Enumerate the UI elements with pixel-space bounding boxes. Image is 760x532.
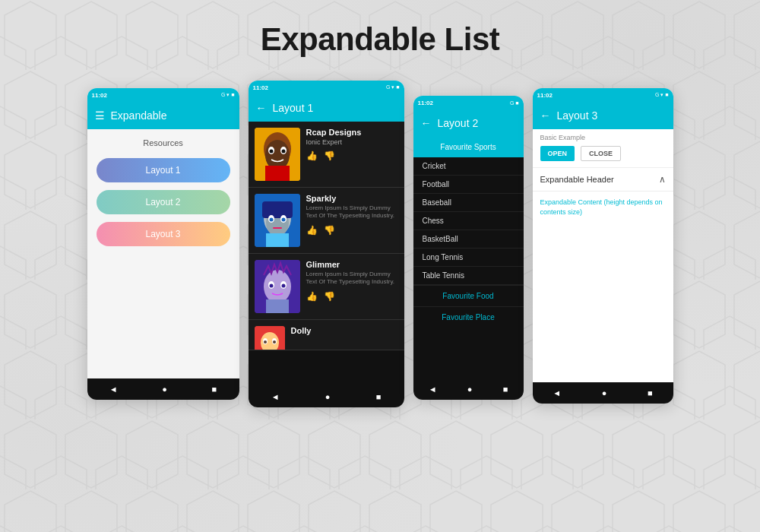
svg-point-20 — [281, 218, 285, 222]
dislike-icon-2[interactable]: 👎 — [324, 225, 335, 236]
phone2-back-arrow[interactable]: ← — [256, 102, 267, 114]
phone2-toolbar: ← Layout 1 — [249, 94, 404, 122]
layout1-button[interactable]: Layout 1 — [97, 158, 230, 182]
svg-rect-7 — [265, 166, 290, 181]
card-sparkly-info: Sparkly Lorem Ipsum Is Simply Dummy Text… — [306, 194, 398, 236]
card-rcap-info: Rcap Designs Ionic Expert 👍 👎 — [306, 128, 398, 161]
phone3-status-bar: 11:02 G ■ — [413, 96, 524, 109]
page-title: Expandable List — [0, 0, 760, 73]
like-icon[interactable]: 👍 — [306, 150, 318, 161]
home-nav-btn[interactable]: ● — [162, 385, 167, 394]
svg-point-27 — [269, 284, 273, 288]
card-rcap: Rcap Designs Ionic Expert 👍 👎 — [249, 122, 404, 188]
avatar-sparkly — [255, 194, 300, 247]
open-button[interactable]: OPEN — [540, 146, 575, 161]
avatar-glimmer — [255, 260, 300, 313]
card-sparkly: Sparkly Lorem Ipsum Is Simply Dummy Text… — [249, 188, 404, 254]
phone3-toolbar: ← Layout 2 — [413, 109, 524, 137]
expandable-header-text: Expandable Header — [540, 175, 614, 184]
sport-basketball[interactable]: BasketBall — [413, 230, 524, 249]
phone3-back-btn[interactable]: ◄ — [429, 385, 437, 394]
phone4-recents-btn[interactable]: ■ — [648, 388, 653, 397]
phone4-back-btn[interactable]: ◄ — [553, 388, 561, 397]
phone4-time: 11:02 — [537, 92, 553, 99]
card-sparkly-name: Sparkly — [306, 194, 398, 203]
card-dolly-info: Dolly — [291, 326, 398, 337]
svg-point-23 — [264, 270, 291, 303]
phone3-body: Favourite Sports Cricket Football Baseba… — [413, 137, 524, 378]
open-close-row: OPEN CLOSE — [533, 143, 673, 167]
card-glimmer-name: Glimmer — [306, 260, 398, 269]
layout3-button[interactable]: Layout 3 — [97, 222, 230, 246]
phone-4: 11:02 G ▾ ■ ← Layout 3 Basic Example OPE… — [533, 88, 673, 404]
card-rcap-name: Rcap Designs — [306, 128, 398, 137]
phone2-bottom-nav: ◄ ● ■ — [249, 386, 404, 407]
svg-point-34 — [273, 340, 276, 344]
phone3-bottom-nav: ◄ ● ■ — [413, 378, 524, 400]
card-rcap-sub: Ionic Expert — [306, 138, 398, 146]
expandable-header-row[interactable]: Expandable Header ∧ — [533, 167, 673, 192]
back-nav-btn[interactable]: ◄ — [109, 385, 118, 394]
phone4-home-btn[interactable]: ● — [602, 388, 607, 397]
card-sparkly-actions: 👍 👎 — [306, 225, 398, 236]
favourite-food-header[interactable]: Favourite Food — [413, 285, 524, 306]
phone3-time: 11:02 — [418, 100, 433, 106]
expandable-content-text: Expandable Content (height depends on co… — [533, 192, 673, 223]
phone4-back-arrow[interactable]: ← — [540, 109, 551, 122]
svg-point-10 — [269, 150, 273, 154]
card-dolly-name: Dolly — [291, 326, 398, 335]
phone4-status-icons: G ▾ ■ — [655, 92, 669, 98]
svg-rect-24 — [266, 299, 289, 313]
card-glimmer: Glimmer Lorem Ipsum Is Simply Dummy Text… — [249, 254, 404, 320]
like-icon-3[interactable]: 👍 — [306, 291, 318, 302]
chevron-up-icon: ∧ — [659, 174, 666, 185]
dislike-icon[interactable]: 👎 — [324, 150, 335, 161]
sport-cricket[interactable]: Cricket — [413, 157, 524, 176]
layout2-button[interactable]: Layout 2 — [97, 190, 230, 214]
svg-point-11 — [281, 150, 285, 154]
phone2-home-btn[interactable]: ● — [325, 392, 331, 401]
favourite-place-header[interactable]: Favourite Place — [413, 306, 524, 328]
phones-container: 11:02 G ▾ ■ ☰ Expandable Resources Layou… — [0, 73, 760, 407]
phone1-body: Resources Layout 1 Layout 2 Layout 3 — [87, 129, 239, 378]
card-glimmer-desc: Lorem Ipsum Is Simply Dummy Text Of The … — [306, 271, 398, 287]
card-rcap-actions: 👍 👎 — [306, 150, 398, 161]
phone1-toolbar: ☰ Expandable — [87, 102, 239, 129]
phone2-back-btn[interactable]: ◄ — [271, 392, 280, 401]
card-glimmer-info: Glimmer Lorem Ipsum Is Simply Dummy Text… — [306, 260, 398, 302]
phone-3: 11:02 G ■ ← Layout 2 Favourite Sports Cr… — [413, 96, 524, 400]
basic-example-label: Basic Example — [533, 129, 673, 143]
card-glimmer-actions: 👍 👎 — [306, 291, 398, 302]
svg-point-19 — [269, 218, 273, 222]
svg-point-28 — [281, 284, 285, 288]
sport-football[interactable]: Football — [413, 176, 524, 194]
svg-rect-15 — [266, 233, 289, 247]
avatar-dolly — [255, 326, 285, 350]
phone3-recents-btn[interactable]: ■ — [503, 385, 508, 394]
close-button[interactable]: CLOSE — [581, 146, 621, 161]
hamburger-icon[interactable]: ☰ — [95, 109, 105, 122]
phone1-toolbar-title: Expandable — [111, 109, 232, 122]
avatar-rcap — [255, 128, 300, 181]
phone3-status-icons: G ■ — [510, 100, 519, 106]
recents-nav-btn[interactable]: ■ — [212, 385, 217, 394]
phone2-toolbar-title: Layout 1 — [273, 102, 397, 114]
phone3-home-btn[interactable]: ● — [467, 385, 473, 394]
phone3-back-arrow[interactable]: ← — [421, 117, 432, 129]
dislike-icon-3[interactable]: 👎 — [324, 291, 335, 302]
phone2-recents-btn[interactable]: ■ — [376, 392, 382, 401]
phone4-bottom-nav: ◄ ● ■ — [533, 382, 673, 404]
phone1-time: 11:02 — [92, 92, 107, 99]
phone2-status-bar: 11:02 G ▾ ■ — [249, 81, 404, 94]
sport-long-tennis[interactable]: Long Tennis — [413, 249, 524, 267]
sport-baseball[interactable]: Baseball — [413, 194, 524, 212]
phone4-toolbar: ← Layout 3 — [533, 102, 673, 129]
phone4-status-bar: 11:02 G ▾ ■ — [533, 88, 673, 102]
sport-table-tennis[interactable]: Table Tennis — [413, 267, 524, 285]
like-icon-2[interactable]: 👍 — [306, 225, 318, 236]
phone1-status-icons: G ▾ ■ — [221, 92, 235, 98]
sport-chess[interactable]: Chess — [413, 212, 524, 230]
phone3-toolbar-title: Layout 2 — [438, 117, 516, 129]
phone-1: 11:02 G ▾ ■ ☰ Expandable Resources Layou… — [87, 88, 239, 400]
favourite-sports-header[interactable]: Favourite Sports — [413, 137, 524, 157]
